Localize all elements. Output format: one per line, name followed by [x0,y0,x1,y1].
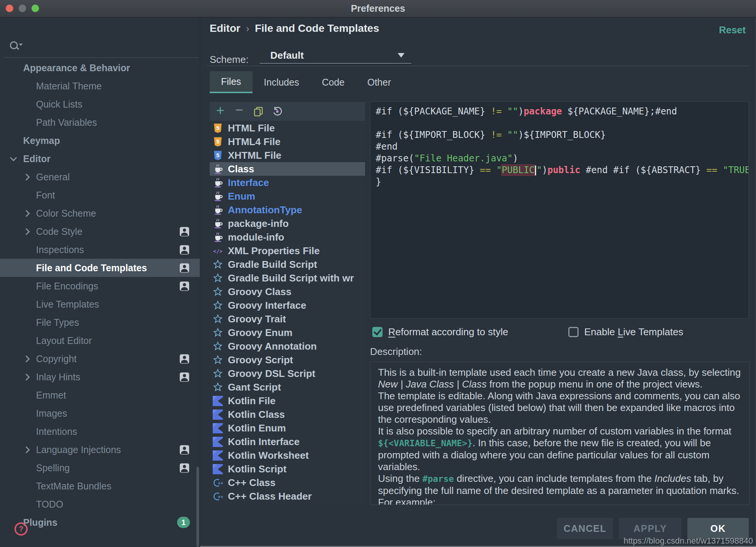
sidebar-item-live-templates[interactable]: Live Templates [0,295,200,313]
groovy-icon [213,314,223,324]
sidebar-item-general[interactable]: General [0,168,200,186]
template-item-groovy-interface[interactable]: Groovy Interface [210,299,365,312]
sidebar-item-inspections[interactable]: Inspections [0,241,200,259]
minimize-button[interactable] [19,5,26,12]
template-item-gradle-build-script[interactable]: Gradle Build Script [210,258,365,271]
sidebar-item-file-types[interactable]: File Types [0,313,200,331]
template-item-html4-file[interactable]: 5HTML4 File [210,135,365,148]
sidebar-item-inlay-hints[interactable]: Inlay Hints [0,368,200,386]
description-label: Description: [370,346,422,358]
sidebar-item-images[interactable]: Images [0,404,200,422]
template-item-groovy-annotation[interactable]: Groovy Annotation [210,339,365,353]
template-item-html-file[interactable]: 5HTML File [210,121,365,135]
breadcrumb-editor[interactable]: Editor [210,22,240,34]
template-item-class[interactable]: Class [210,162,365,176]
scheme-select[interactable]: Default [260,47,411,64]
template-code-editor[interactable]: #if (${PACKAGE_NAME} != "")package ${PAC… [370,102,749,319]
sidebar-item-label: Color Scheme [36,208,96,219]
template-item-enum[interactable]: Enum [210,189,365,203]
sidebar-item-file-encodings[interactable]: File Encodings [0,277,200,295]
checkbox-unchecked-icon[interactable] [568,327,579,337]
tab-code[interactable]: Code [311,71,356,93]
chevron-right-icon[interactable] [23,228,30,235]
template-item-groovy-trait[interactable]: Groovy Trait [210,312,365,326]
sidebar-item-spelling[interactable]: Spelling [0,459,200,477]
sidebar-item-font[interactable]: Font [0,186,200,204]
checkbox-checked-icon[interactable] [372,327,383,337]
chevron-right-icon[interactable] [23,209,30,217]
tab-includes[interactable]: Includes [253,71,311,93]
sidebar-item-intentions[interactable]: Intentions [0,422,200,441]
template-item-package-info[interactable]: package-info [210,217,365,230]
kotlin-icon [213,437,223,447]
template-item-kotlin-script[interactable]: Kotlin Script [210,462,365,476]
template-item-kotlin-class[interactable]: Kotlin Class [210,408,365,421]
template-item-kotlin-enum[interactable]: Kotlin Enum [210,421,365,435]
reset-to-default-button[interactable] [268,104,287,119]
sidebar-item-quick-lists[interactable]: Quick Lists [0,95,200,113]
template-item-interface[interactable]: Interface [210,176,365,189]
template-item-kotlin-file[interactable]: Kotlin File [210,394,365,408]
sidebar-item-label: General [36,172,70,183]
template-item-gradle-build-script-with-wr[interactable]: Gradle Build Script with wr [210,271,365,285]
sidebar-item-copyright[interactable]: Copyright [0,350,200,368]
sidebar-scrollbar[interactable] [196,467,199,547]
template-item-xml-properties-file[interactable]: </>XML Properties File [210,244,365,258]
chevron-right-icon[interactable] [23,355,30,363]
add-template-button[interactable]: + [211,104,230,119]
chevron-spacer [23,264,30,272]
copy-template-button[interactable] [249,104,268,119]
sidebar-item-keymap[interactable]: Keymap [0,131,200,150]
template-item-kotlin-worksheet[interactable]: Kotlin Worksheet [210,449,365,462]
remove-template-button[interactable]: − [230,104,249,119]
help-button[interactable]: ? [14,522,28,536]
options-row: Reformat according to style Enable Live … [370,326,749,338]
cancel-button[interactable]: CANCEL [557,518,613,539]
java-icon [213,232,223,242]
sidebar-item-path-variables[interactable]: Path Variables [0,113,200,131]
template-list: 5HTML File5HTML4 File5XHTML FileClassInt… [210,121,365,505]
sidebar-item-plugins[interactable]: Plugins1 [0,513,200,531]
sidebar-item-appearance-behavior[interactable]: Appearance & Behavior [0,59,200,77]
sidebar-item-color-scheme[interactable]: Color Scheme [0,204,200,222]
xhtml-icon: 5 [213,150,223,161]
template-item-groovy-script[interactable]: Groovy Script [210,353,365,367]
template-item-kotlin-interface[interactable]: Kotlin Interface [210,435,365,449]
live-templates-checkbox[interactable]: Enable Live Templates [568,326,683,338]
sidebar-item-todo[interactable]: TODO [0,495,200,513]
template-item-c-class[interactable]: ++C++ Class [210,476,365,489]
svg-text:</>: </> [213,248,222,254]
tab-other[interactable]: Other [356,71,403,93]
template-item-gant-script[interactable]: Gant Script [210,380,365,394]
reformat-checkbox[interactable]: Reformat according to style [372,326,568,338]
template-list-panel: + − 5HTML File5HTML4 File5XHTML FileClas… [210,102,365,505]
svg-text:++: ++ [218,494,223,499]
maximize-button[interactable] [31,5,39,12]
template-item-groovy-class[interactable]: Groovy Class [210,285,365,299]
chevron-right-icon[interactable] [23,373,30,381]
chevron-right-icon[interactable] [23,446,30,453]
svg-text:5: 5 [216,152,219,158]
sidebar-item-language-injections[interactable]: Language Injections [0,441,200,459]
sidebar-item-textmate-bundles[interactable]: TextMate Bundles [0,477,200,495]
template-item-label: HTML4 File [228,136,281,148]
sidebar-item-code-style[interactable]: Code Style [0,222,200,241]
sidebar-item-editor[interactable]: Editor [0,150,200,168]
sidebar-item-material-theme[interactable]: Material Theme [0,77,200,95]
close-button[interactable] [6,5,13,12]
template-item-xhtml-file[interactable]: 5XHTML File [210,148,365,162]
template-item-label: Gradle Build Script [228,259,317,270]
reset-link[interactable]: Reset [719,24,746,36]
sidebar-item-label: Inspections [36,244,84,255]
chevron-down-icon[interactable] [10,155,17,163]
template-item-c-class-header[interactable]: ++C++ Class Header [210,489,365,503]
template-item-module-info[interactable]: module-info [210,230,365,244]
chevron-right-icon[interactable] [23,173,30,181]
template-item-groovy-enum[interactable]: Groovy Enum [210,326,365,339]
tab-files[interactable]: Files [210,71,253,93]
sidebar-item-emmet[interactable]: Emmet [0,386,200,404]
sidebar-item-file-and-code-templates[interactable]: File and Code Templates [0,259,200,277]
sidebar-item-layout-editor[interactable]: Layout Editor [0,331,200,350]
template-item-annotationtype[interactable]: AnnotationType [210,203,365,217]
template-item-groovy-dsl-script[interactable]: Groovy DSL Script [210,367,365,380]
